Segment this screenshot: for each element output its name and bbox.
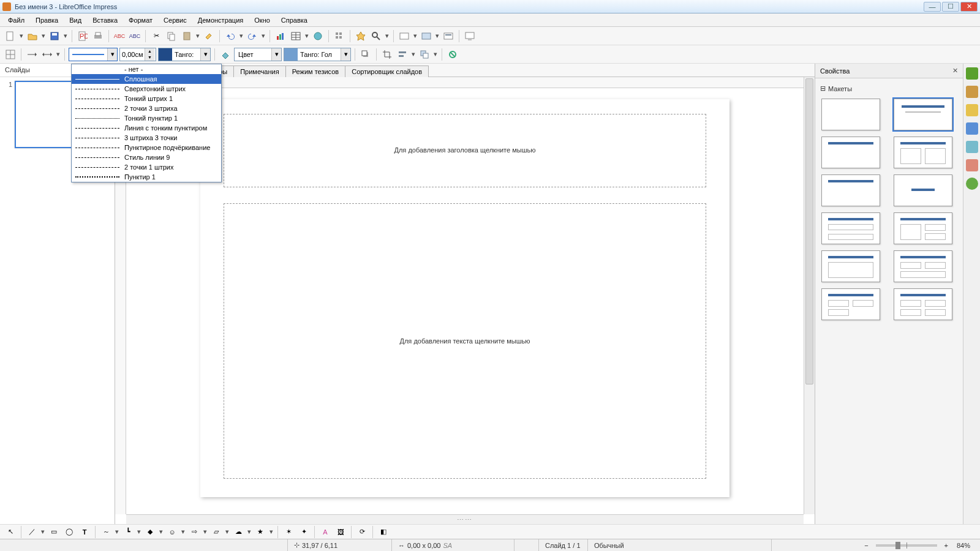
menu-help[interactable]: Справка <box>277 15 312 25</box>
crop-icon[interactable] <box>380 48 394 61</box>
extrusion-icon[interactable]: ◧ <box>377 525 390 539</box>
new-doc-dropdown[interactable]: ▾ <box>19 32 24 40</box>
save-dropdown[interactable]: ▾ <box>63 32 68 40</box>
fill-color-arrow-icon[interactable]: ▾ <box>341 48 350 61</box>
align-icon[interactable] <box>396 48 409 61</box>
undo-dropdown[interactable]: ▾ <box>239 32 244 40</box>
callouts-dropdown[interactable]: ▾ <box>247 528 252 536</box>
arrange-icon[interactable] <box>418 48 431 61</box>
maximize-button[interactable]: ☐ <box>942 2 959 12</box>
menu-format[interactable]: Формат <box>124 15 157 25</box>
sidebar-gallery-icon[interactable] <box>966 159 978 171</box>
layout-6[interactable] <box>894 212 952 244</box>
sidebar-anim-icon[interactable] <box>966 104 978 116</box>
navigator-icon[interactable] <box>354 29 368 43</box>
zoom-slider[interactable] <box>876 544 937 547</box>
auto-spellcheck-icon[interactable]: ABC <box>128 29 141 43</box>
zoom-dropdown[interactable]: ▾ <box>385 32 390 40</box>
layout-blank[interactable] <box>821 99 880 130</box>
sidebar-properties-icon[interactable] <box>966 67 978 80</box>
menu-tools[interactable]: Сервис <box>159 15 191 25</box>
layout-title-content[interactable] <box>894 99 952 130</box>
line-style-option[interactable]: - нет - <box>72 64 221 74</box>
layout-8[interactable] <box>894 250 952 282</box>
layout-7[interactable] <box>821 250 880 282</box>
menu-insert[interactable]: Вставка <box>88 15 122 25</box>
stars-icon[interactable]: ★ <box>254 525 267 539</box>
line-tool-icon[interactable]: ／ <box>25 525 39 539</box>
arrow-ends-icon[interactable] <box>40 48 54 61</box>
symbol-shapes-dropdown[interactable]: ▾ <box>181 528 186 536</box>
tab-sorter[interactable]: Сортировщик слайдов <box>345 66 429 77</box>
layout-5[interactable] <box>821 212 880 244</box>
spin-down-icon[interactable]: ▼ <box>145 54 154 61</box>
line-style-option[interactable]: Стиль линии 9 <box>72 152 221 162</box>
new-doc-icon[interactable] <box>4 29 17 43</box>
show-grid-icon[interactable] <box>4 48 17 61</box>
zoom-in-icon[interactable]: + <box>942 542 951 549</box>
copy-icon[interactable] <box>165 29 178 43</box>
layout-9[interactable] <box>821 288 880 320</box>
select-tool-icon[interactable]: ↖ <box>4 525 17 539</box>
line-style-option[interactable]: Пунктир 1 <box>72 172 221 182</box>
layout-3[interactable] <box>821 174 880 206</box>
slide-layout-icon[interactable] <box>442 29 455 43</box>
tab-handout[interactable]: Режим тезисов <box>285 66 346 77</box>
align-dropdown[interactable]: ▾ <box>411 50 416 58</box>
redo-icon[interactable] <box>246 29 259 43</box>
print-icon[interactable] <box>91 29 105 43</box>
interaction-icon[interactable] <box>446 48 459 61</box>
callouts-icon[interactable]: ☁ <box>232 525 245 539</box>
line-style-option[interactable]: Тонкий штрих 1 <box>72 94 221 103</box>
layout-10[interactable] <box>894 288 952 320</box>
line-style-option[interactable]: Пунктирное подчёркивание <box>72 143 221 152</box>
arrow-dropdown[interactable]: ▾ <box>56 50 61 58</box>
line-color-combo[interactable]: Танго: ▾ <box>158 48 211 61</box>
line-width-input[interactable] <box>120 48 145 61</box>
table-icon[interactable] <box>289 29 303 43</box>
hyperlink-icon[interactable] <box>311 29 325 43</box>
line-style-combo[interactable]: ▾ <box>69 48 118 61</box>
redo-dropdown[interactable]: ▾ <box>261 32 266 40</box>
points-edit-icon[interactable]: ✶ <box>282 525 295 539</box>
open-dropdown[interactable]: ▾ <box>41 32 46 40</box>
grid-icon[interactable] <box>333 29 346 43</box>
menu-edit[interactable]: Правка <box>31 15 62 25</box>
format-paintbrush-icon[interactable] <box>202 29 216 43</box>
paste-icon[interactable] <box>180 29 194 43</box>
fill-color-combo[interactable]: Танго: Гол ▾ <box>284 48 351 61</box>
gluepoints-icon[interactable]: ✦ <box>297 525 311 539</box>
zoom-icon[interactable] <box>369 29 383 43</box>
line-width-spinner[interactable]: ▲▼ <box>119 48 156 61</box>
block-arrows-dropdown[interactable]: ▾ <box>203 528 208 536</box>
text-tool-icon[interactable]: T <box>78 525 91 539</box>
content-placeholder[interactable]: Для добавления текста щелкните мышью <box>224 203 706 479</box>
line-style-option[interactable]: Сверхтонкий штрих <box>72 84 221 94</box>
line-style-option[interactable]: 3 штриха 3 точки <box>72 133 221 143</box>
area-fill-icon[interactable] <box>219 48 232 61</box>
line-style-arrow-icon[interactable]: ▾ <box>107 48 117 61</box>
status-zoom[interactable]: 84% <box>951 539 980 551</box>
line-style-option[interactable]: Тонкий пунктир 1 <box>72 113 221 123</box>
vertical-scrollbar[interactable] <box>804 77 815 514</box>
menu-file[interactable]: Файл <box>4 15 29 25</box>
minimize-button[interactable]: — <box>924 2 941 12</box>
fill-type-arrow-icon[interactable]: ▾ <box>271 48 281 61</box>
properties-close-icon[interactable]: ✕ <box>952 67 958 75</box>
layout-title-only[interactable] <box>821 137 880 168</box>
block-arrows-icon[interactable]: ⇨ <box>187 525 201 539</box>
curve-dropdown[interactable]: ▾ <box>115 528 119 536</box>
ellipse-tool-icon[interactable]: ◯ <box>62 525 76 539</box>
spin-up-icon[interactable]: ▲ <box>145 48 154 54</box>
menu-view[interactable]: Вид <box>65 15 86 25</box>
layout-4[interactable] <box>894 174 952 206</box>
sidebar-master-icon[interactable] <box>966 86 978 98</box>
rect-tool-icon[interactable]: ▭ <box>47 525 61 539</box>
basic-shapes-dropdown[interactable]: ▾ <box>159 528 164 536</box>
chart-icon[interactable] <box>274 29 287 43</box>
flowchart-dropdown[interactable]: ▾ <box>225 528 230 536</box>
cut-icon[interactable]: ✂ <box>149 29 163 43</box>
export-pdf-icon[interactable]: PDF <box>76 29 89 43</box>
fill-type-combo[interactable]: Цвет ▾ <box>234 48 282 61</box>
sidebar-navigator-icon[interactable] <box>966 178 978 190</box>
